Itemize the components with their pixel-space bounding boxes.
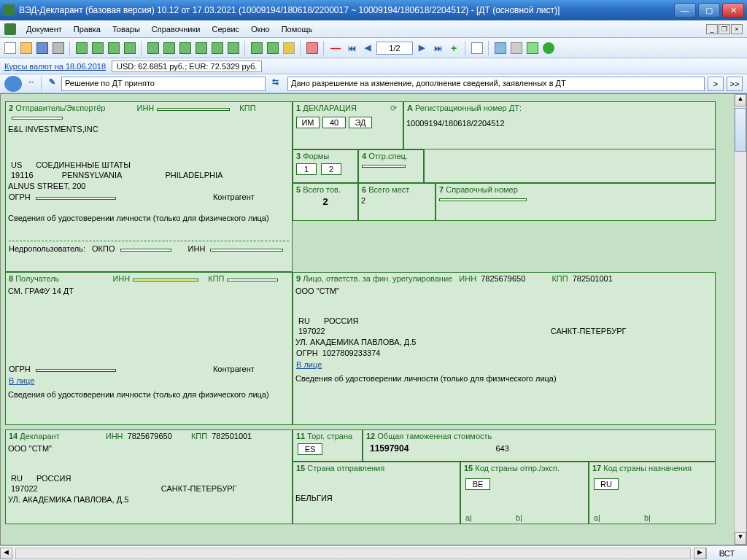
mdi-minimize[interactable]: _	[706, 24, 718, 34]
menu-document[interactable]: Документ	[20, 23, 68, 36]
c3-v1[interactable]: 1	[296, 163, 317, 175]
c8-inn-field[interactable]	[133, 279, 198, 281]
nav-gt[interactable]: >	[708, 77, 724, 91]
c14-name[interactable]: ООО "СТМ"	[6, 443, 292, 454]
c2-inn2-field[interactable]	[210, 249, 283, 252]
hscroll-left[interactable]: ◀	[0, 548, 12, 559]
c9-vlice[interactable]: В лице	[296, 360, 322, 369]
c2-street[interactable]: ALNUS STREET, 200	[6, 181, 292, 191]
scroll-thumb[interactable]	[735, 108, 746, 152]
c9-name[interactable]: ООО "СТМ"	[293, 286, 715, 296]
tb-ext3[interactable]	[525, 41, 540, 55]
scroll-up-icon[interactable]: ▲	[735, 94, 746, 106]
rates-link[interactable]: Курсы валют на 18.06.2018	[4, 62, 106, 71]
maximize-button[interactable]: ▢	[698, 3, 720, 18]
tb-ext4[interactable]	[541, 41, 556, 55]
app-menu-icon[interactable]	[4, 23, 16, 35]
tb-g1[interactable]	[74, 41, 89, 55]
tb-g12[interactable]	[266, 41, 280, 55]
tb-g8[interactable]	[194, 41, 209, 55]
menu-goods[interactable]: Товары	[107, 23, 146, 36]
c11-val[interactable]: ES	[298, 443, 322, 455]
tb-new[interactable]	[3, 41, 18, 55]
c14-kpp-val[interactable]: 782501001	[209, 431, 254, 441]
c8-ogrn-field[interactable]	[36, 369, 116, 372]
c1-im[interactable]: ИМ	[296, 117, 320, 128]
close-button[interactable]: ✕	[722, 3, 744, 18]
tb-save[interactable]	[35, 41, 50, 55]
c2-ogrn-field[interactable]	[36, 197, 116, 200]
c2-inn-field[interactable]	[157, 108, 230, 111]
tb-next[interactable]: ▶	[414, 41, 429, 55]
menu-window[interactable]: Окно	[245, 23, 276, 36]
c14-cc[interactable]: RU	[9, 473, 25, 483]
c2-okpo-field[interactable]	[120, 249, 171, 252]
c2-zip[interactable]: 19116	[9, 170, 36, 180]
minimize-button[interactable]: —	[674, 3, 696, 18]
c9-zip[interactable]: 197022	[296, 326, 328, 336]
c2-cc[interactable]: US	[9, 160, 24, 170]
c14-street[interactable]: УЛ. АКАДЕМИКА ПАВЛОВА, Д.5	[6, 494, 292, 505]
c9-inn-val[interactable]: 7825679650	[479, 273, 527, 284]
c3-v2[interactable]: 2	[321, 163, 341, 175]
c2-name[interactable]: E&L INVESTMENTS,INC	[6, 124, 292, 134]
c1-40[interactable]: 40	[322, 117, 346, 128]
c9-city[interactable]: САНКТ-ПЕТЕРБУРГ	[549, 326, 629, 336]
c2-country[interactable]: СОЕДИНЕННЫЕ ШТАТЫ	[34, 160, 133, 170]
c9-country[interactable]: РОССИЯ	[322, 316, 360, 326]
tb-g4[interactable]	[123, 41, 137, 55]
menu-ref[interactable]: Справочники	[146, 23, 206, 36]
tb-g2[interactable]	[90, 41, 105, 55]
c14-city[interactable]: САНКТ-ПЕТЕРБУРГ	[159, 483, 239, 494]
c9-ogrn-val[interactable]: 1027809233374	[320, 348, 383, 358]
tb-check[interactable]	[470, 41, 484, 55]
c15-val[interactable]: БЕЛЬГИЯ	[293, 493, 460, 503]
tb-first[interactable]: ⏮	[344, 41, 359, 55]
tb-g10[interactable]	[226, 41, 241, 55]
tb-g9[interactable]	[210, 41, 225, 55]
page-field[interactable]	[376, 42, 413, 55]
menu-edit[interactable]: Правка	[68, 23, 107, 36]
cA-val[interactable]: 10009194/180618/2204512	[404, 118, 715, 128]
tb-ext2[interactable]	[509, 41, 524, 55]
permission-field[interactable]: Дано разрешение на изменение, дополнение…	[287, 77, 705, 91]
c7-field[interactable]	[439, 198, 527, 201]
tb-g3[interactable]	[107, 41, 121, 55]
tb-g6[interactable]	[162, 41, 177, 55]
info-edit-icon[interactable]: ✎	[45, 77, 58, 90]
c9-cc[interactable]: RU	[296, 316, 312, 326]
decision-status-field[interactable]: Решение по ДТ принято	[61, 77, 266, 91]
tb-g5[interactable]	[146, 41, 160, 55]
info-prev-icon[interactable]: ↔	[25, 77, 38, 90]
mdi-close[interactable]: ×	[731, 24, 743, 34]
tb-g7[interactable]	[178, 41, 193, 55]
c17-val[interactable]: RU	[594, 478, 619, 490]
horizontal-scrollbar[interactable]	[15, 548, 691, 559]
tb-misc1[interactable]	[305, 41, 320, 55]
tb-del[interactable]: —	[328, 41, 343, 55]
vertical-scrollbar[interactable]: ▲ ▼	[734, 94, 746, 545]
tb-y1[interactable]	[282, 41, 296, 55]
c2-city[interactable]: PHILADELPHIA	[163, 170, 225, 180]
c2-region[interactable]: PENNSYLVANIA	[60, 170, 125, 180]
menu-service[interactable]: Сервис	[206, 23, 245, 36]
c15k-val[interactable]: BE	[465, 478, 490, 490]
tb-ext1[interactable]	[493, 41, 508, 55]
c12-v2[interactable]: 643	[493, 443, 511, 454]
tb-last[interactable]: ⏭	[430, 41, 445, 55]
c8-kpp-field[interactable]	[227, 279, 278, 281]
info-swap-icon[interactable]: ⇆	[268, 77, 282, 90]
c9-street[interactable]: УЛ. АКАДЕМИКА ПАВЛОВА, Д.5	[293, 337, 715, 347]
scroll-down-icon[interactable]: ▼	[735, 532, 746, 545]
c1-ed[interactable]: ЭД	[349, 117, 372, 128]
c8-text[interactable]: СМ. ГРАФУ 14 ДТ	[6, 286, 292, 296]
tb-open[interactable]	[19, 41, 34, 55]
mdi-restore[interactable]: ❐	[719, 24, 730, 34]
refresh-icon[interactable]: ⟳	[390, 104, 397, 113]
c14-inn-val[interactable]: 7825679650	[125, 431, 174, 441]
tb-add[interactable]: +	[446, 41, 461, 55]
menu-help[interactable]: Помощь	[276, 23, 319, 36]
c9-kpp-val[interactable]: 782501001	[570, 273, 615, 284]
c5-val[interactable]: 2	[293, 195, 357, 208]
c2-kpp-field[interactable]	[12, 117, 63, 120]
